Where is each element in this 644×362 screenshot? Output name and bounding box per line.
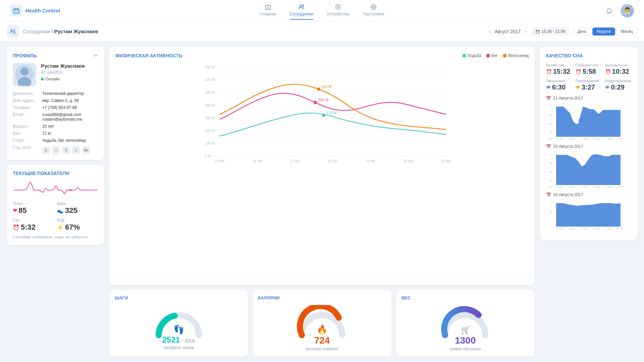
pulse-indicator: Пульс ❤ 85 (13, 201, 54, 215)
svg-text:4 час: 4 час (593, 185, 600, 188)
svg-text:👣: 👣 (173, 324, 184, 335)
status-dot (41, 78, 44, 80)
calories-value: 724 (314, 335, 330, 346)
section-icon (7, 25, 19, 38)
svg-text:100: 100 (548, 137, 553, 140)
sleep-quality-card: КАЧЕСТВО СНА Время сна ⏰ 15:32 Глубокий … (540, 47, 637, 240)
kpd-icon: ⚡ (57, 224, 64, 231)
svg-point-43 (314, 101, 317, 104)
svg-text:25: 25 (549, 210, 552, 213)
sleep-chart-aug21: 📅 21 Августа 2017 0 25 50 75 100 62 1 ча… (546, 96, 631, 140)
svg-point-5 (299, 5, 302, 7)
svg-text:2 час: 2 час (569, 185, 575, 188)
nav-settings[interactable]: Настройки (363, 1, 384, 20)
social-facebook[interactable]: f (52, 146, 60, 154)
calendar-icon-aug20: 📅 (546, 144, 551, 149)
awake-icon: 👁 (605, 85, 610, 90)
sleep-metrics-grid: Время сна ⏰ 15:32 Глубокий сон ⏰ 5:58 Бы… (546, 63, 631, 91)
indicators-grid: Пульс ❤ 85 Шаги 👟 325 Сон ⏰ (13, 201, 98, 232)
heartbeat-chart (13, 180, 98, 197)
online-status: Онлайн (41, 77, 85, 81)
notification-bell[interactable] (603, 5, 615, 17)
svg-text:0: 0 (551, 201, 552, 204)
field-sport: Спорт: Ходьба, бег, велосипед (13, 138, 98, 143)
period-week[interactable]: Неделя (592, 27, 615, 36)
main-content: ПРОФИЛЬ ✏ Рустам Жуаспаев ID: AA47DG (0, 42, 644, 362)
svg-text:4 час: 4 час (593, 137, 600, 140)
svg-text:15 Авг: 15 Авг (215, 159, 225, 163)
svg-text:5 час: 5 час (606, 185, 612, 188)
deep-sleep-icon: ⏰ (576, 69, 581, 74)
sleep-onset-icon: 👁 (546, 85, 551, 90)
date-controls: ‹ Август 2017 › 15.08 - 21.08 День Недел… (488, 27, 637, 36)
field-address: Дом. адрес: мкр. Самал-2, д. 58 (13, 98, 98, 103)
svg-point-22 (20, 67, 29, 75)
svg-text:600 М: 600 М (205, 78, 215, 82)
svg-text:113 М: 113 М (326, 111, 337, 115)
svg-text:50: 50 (549, 171, 552, 174)
svg-text:25: 25 (549, 162, 552, 165)
svg-text:25: 25 (549, 114, 552, 117)
svg-text:18 Авг: 18 Авг (328, 159, 338, 163)
steps-gauge-svg: 👣 (152, 305, 206, 339)
profile-fields: Должность: Технический директор Дом. адр… (13, 91, 98, 154)
svg-text:🛒: 🛒 (461, 325, 470, 335)
wake-icon: 👁 (576, 85, 580, 90)
calories-gauge: 🔥 724 калорий сожжено (258, 305, 386, 351)
period-selector: День Неделя Месяц (573, 27, 637, 36)
steps-card: ШАГИ 👣 2521 / 8000 пройдено шагов (109, 290, 248, 357)
svg-point-8 (337, 6, 339, 8)
svg-text:17 Авг: 17 Авг (290, 159, 300, 163)
calendar-icon-aug21: 📅 (546, 96, 551, 101)
svg-point-45 (322, 114, 325, 117)
field-position: Должность: Технический директор (13, 91, 98, 96)
period-month[interactable]: Месяц (616, 27, 637, 36)
nav-devices[interactable]: Устройства (327, 1, 350, 20)
logo: Health Control (10, 5, 77, 17)
legend-running: Бег (486, 53, 498, 58)
svg-text:62: 62 (579, 119, 583, 122)
field-age: Возраст: 25 лет (13, 124, 98, 129)
employees-icon (298, 4, 305, 10)
avatar-image: 👨‍💼 (621, 4, 634, 17)
svg-text:16 Авг: 16 Авг (253, 159, 263, 163)
svg-text:6 час: 6 час (617, 227, 624, 230)
social-vimeo[interactable]: V (62, 146, 70, 154)
svg-rect-2 (14, 8, 15, 10)
weight-gauge-svg: 🛒 (438, 305, 492, 339)
svg-text:3 час: 3 час (581, 227, 587, 230)
user-avatar[interactable]: 👨‍💼 (621, 4, 634, 17)
social-twitter[interactable]: t (72, 146, 80, 154)
date-range-display: 15.08 - 21.08 (532, 27, 569, 36)
settings-icon (371, 4, 377, 10)
nav-employees[interactable]: Сотрудники (290, 1, 313, 20)
sleep-chart-svg-aug20: 0 25 50 75 100 34 1 час 2 час 3 час 4 ча… (546, 152, 631, 188)
profile-header: ПРОФИЛЬ ✏ (13, 53, 98, 58)
svg-text:34: 34 (583, 165, 587, 169)
svg-point-41 (317, 87, 320, 91)
nav-home[interactable]: Главная (260, 1, 276, 20)
edit-profile-icon[interactable]: ✏ (94, 53, 98, 58)
svg-text:100 М: 100 М (205, 142, 215, 145)
period-day[interactable]: День (573, 27, 591, 36)
svg-text:410 М: 410 М (321, 84, 332, 88)
sleep-deep: Глубокий сон ⏰ 5:58 (576, 63, 602, 75)
sleep-icon: ⏰ (13, 224, 19, 231)
steps-indicator: Шаги 👟 325 (57, 201, 98, 215)
svg-text:75: 75 (549, 179, 552, 182)
svg-text:2 час: 2 час (569, 137, 575, 140)
kpd-indicator: КПД ⚡ 67% (57, 218, 98, 232)
social-skype[interactable]: S (42, 146, 50, 154)
next-month-arrow[interactable]: › (523, 27, 528, 36)
svg-point-24 (69, 189, 71, 191)
svg-rect-0 (13, 9, 19, 13)
svg-text:0: 0 (551, 105, 552, 108)
field-phone: Телефон: +7 (708) 924-07-88 (13, 105, 98, 110)
sleep-onset: Засыпание 👁 6:30 (546, 79, 572, 91)
calories-card: КАЛОРИИ 🔥 724 калорий сожжено (253, 290, 391, 357)
left-column: ПРОФИЛЬ ✏ Рустам Жуаспаев ID: AA47DG (7, 47, 104, 357)
sleep-awake: Бодрствование 👁 0:29 (605, 79, 631, 91)
social-behance[interactable]: Be (83, 146, 90, 154)
svg-text:3 час: 3 час (581, 185, 587, 188)
prev-month-arrow[interactable]: ‹ (488, 27, 492, 36)
